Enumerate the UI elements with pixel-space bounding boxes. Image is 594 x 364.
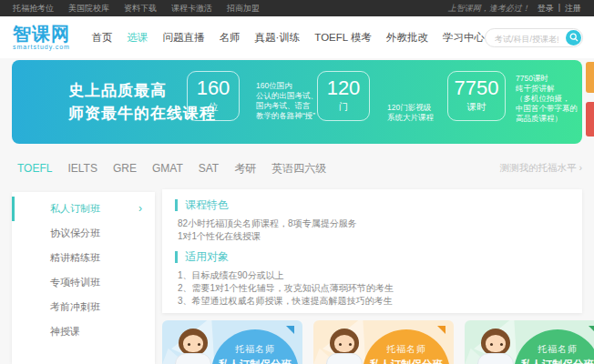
search-icon bbox=[569, 33, 579, 42]
stat-desc-hours: 7750课时 纯干货讲解 （多机位拍摄， 中国首个带字幕的 高品质课程） bbox=[516, 74, 578, 124]
stat-value-courses: 120 bbox=[318, 76, 369, 101]
sidebar-item-label: 神授课 bbox=[50, 326, 80, 337]
topbar-link-toefl-seat[interactable]: 托福抢考位 bbox=[13, 3, 54, 15]
audience-line: 3、希望通过权威名师授课，快速提高解题技巧的考生 bbox=[175, 295, 569, 308]
teacher-avatar-icon bbox=[174, 329, 212, 364]
badge-title: 私人订制保分班 bbox=[211, 358, 299, 364]
tab-toefl[interactable]: TOEFL bbox=[17, 162, 52, 175]
feature-line: 1对1个性化在线授课 bbox=[175, 230, 569, 243]
course-cards-row: 托福名师 私人订制保分班 托福名师 私人订制保分班 bbox=[162, 320, 594, 364]
nav-item-teachers[interactable]: 名师 bbox=[219, 31, 240, 45]
register-link[interactable]: 注册 bbox=[565, 3, 581, 15]
search-box bbox=[485, 28, 583, 47]
stat-value-teachers: 160 bbox=[188, 76, 239, 101]
tab-gre[interactable]: GRE bbox=[113, 162, 137, 175]
chevron-right-icon: › bbox=[138, 197, 142, 221]
corner-accent-icon bbox=[589, 326, 594, 334]
class-type-sidebar: 私人订制班 › 协议保分班 精讲精练班 专项特训班 考前冲刺班 神授课 bbox=[12, 192, 155, 364]
stat-unit-teachers: 位 bbox=[188, 101, 239, 112]
tab-gmat[interactable]: GMAT bbox=[152, 162, 183, 175]
feature-line: 82小时托福顶尖名师课程，8项专属提分服务 bbox=[175, 217, 569, 230]
badge-subtitle: 托福名师 bbox=[211, 343, 299, 356]
sidebar-item-score-guarantee[interactable]: 协议保分班 bbox=[12, 221, 155, 246]
tab-ielts[interactable]: IELTS bbox=[67, 162, 97, 175]
course-card-blue[interactable]: 托福名师 私人订制保分班 bbox=[162, 320, 302, 364]
teacher-avatar-icon bbox=[325, 329, 364, 364]
nav-item-study-center[interactable]: 学习中心 bbox=[443, 31, 485, 45]
badge-subtitle: 托福名师 bbox=[514, 343, 594, 356]
topbar-link-join-us[interactable]: 招商加盟 bbox=[227, 3, 260, 15]
smartstudy-course-page: 托福抢考位 美国院校库 资料下载 课程卡激活 招商加盟 上智课网，逢考必过！ 登… bbox=[0, 0, 594, 364]
search-button[interactable] bbox=[566, 30, 581, 46]
logo-subtitle: smartstudy.com bbox=[13, 44, 82, 50]
badge-subtitle: 托福名师 bbox=[363, 343, 450, 356]
sidebar-item-special-training[interactable]: 专项特训班 bbox=[12, 270, 155, 295]
floating-tab-orange[interactable] bbox=[586, 62, 594, 93]
course-card-orange[interactable]: 托福名师 私人订制保分班 bbox=[313, 320, 454, 364]
stat-value-hours: 7750 bbox=[448, 76, 505, 101]
nav-item-live-qa[interactable]: 问题直播 bbox=[162, 31, 204, 45]
badge-title: 私人订制保分班 bbox=[514, 358, 594, 364]
level-test-link[interactable]: 测测我的托福水平 › bbox=[500, 162, 582, 175]
nav-item-foreign-review[interactable]: 外教批改 bbox=[386, 31, 428, 45]
course-card-green[interactable]: 托福名师 私人订制保分班 bbox=[465, 320, 594, 364]
stat-box-teachers: 160 位 bbox=[187, 71, 240, 121]
teacher-avatar-icon bbox=[476, 329, 515, 364]
top-utility-bar: 托福抢考位 美国院校库 资料下载 课程卡激活 招商加盟 上智课网，逢考必过！ 登… bbox=[0, 0, 594, 16]
auth-divider: | bbox=[558, 3, 560, 15]
logo-title: 智课网 bbox=[13, 25, 82, 43]
nav-item-home[interactable]: 首页 bbox=[91, 31, 112, 45]
sidebar-item-label: 私人订制班 bbox=[50, 203, 100, 214]
login-link[interactable]: 登录 bbox=[538, 3, 554, 15]
primary-nav: 首页 选课 问题直播 名师 真题·训练 TOEFL 模考 外教批改 学习中心 bbox=[91, 31, 484, 45]
tab-cet[interactable]: 英语四六级 bbox=[271, 161, 326, 177]
section-title: 课程特色 bbox=[175, 199, 569, 211]
stat-box-courses: 120 门 bbox=[317, 71, 370, 121]
sidebar-item-final-sprint[interactable]: 考前冲刺班 bbox=[12, 295, 155, 319]
section-target-audience: 适用对象 1、目标成绩在90分或以上 2、需要1对1个性化辅导，攻克知识点薄弱环… bbox=[175, 251, 569, 308]
audience-line: 1、目标成绩在90分或以上 bbox=[175, 269, 569, 282]
topbar-link-card-activate[interactable]: 课程卡激活 bbox=[171, 3, 212, 15]
sidebar-item-private-custom[interactable]: 私人订制班 › bbox=[12, 197, 155, 221]
course-category-tabs: TOEFL IELTS GRE GMAT SAT 考研 英语四六级 测测我的托福… bbox=[12, 157, 582, 179]
hero-banner: 史上品质最高 师资最牛的在线课程 160 位 160位国内 公认的出国考试、 国… bbox=[12, 60, 582, 144]
nav-item-toefl-mock[interactable]: TOEFL 模考 bbox=[314, 31, 372, 45]
audience-line: 2、需要1对1个性化辅导，攻克知识点薄弱环节的考生 bbox=[175, 282, 569, 295]
badge-title: 私人订制保分班 bbox=[363, 358, 450, 364]
topbar-right: 上智课网，逢考必过！ 登录 | 注册 bbox=[448, 3, 581, 15]
tab-kaoyan[interactable]: 考研 bbox=[234, 161, 256, 177]
nav-item-real-tests[interactable]: 真题·训练 bbox=[254, 31, 300, 45]
section-title: 适用对象 bbox=[175, 251, 569, 263]
section-course-features: 课程特色 82小时托福顶尖名师课程，8项专属提分服务 1对1个性化在线授课 bbox=[175, 199, 569, 243]
topbar-links: 托福抢考位 美国院校库 资料下载 课程卡激活 招商加盟 bbox=[13, 3, 260, 15]
sidebar-item-label: 协议保分班 bbox=[50, 228, 100, 238]
site-logo[interactable]: 智课网 smartstudy.com bbox=[13, 25, 82, 50]
stat-desc-courses: 120门影视级 系统大片课程 bbox=[387, 103, 434, 123]
course-detail-panel: 课程特色 82小时托福顶尖名师课程，8项专属提分服务 1对1个性化在线授课 适用… bbox=[162, 189, 582, 313]
nav-item-courses[interactable]: 选课 bbox=[127, 31, 148, 45]
sidebar-item-label: 考前冲刺班 bbox=[50, 301, 100, 312]
floating-tab-red[interactable] bbox=[586, 102, 594, 136]
main-header: 智课网 smartstudy.com 首页 选课 问题直播 名师 真题·训练 T… bbox=[0, 16, 594, 58]
sidebar-item-label: 精讲精练班 bbox=[50, 252, 100, 263]
stat-unit-hours: 课时 bbox=[448, 101, 505, 112]
stat-desc-teachers: 160位国内 公认的出国考试、 国内考试、语言 教学的各路神“授” bbox=[256, 81, 318, 121]
stat-box-hours: 7750 课时 bbox=[447, 71, 506, 121]
corner-accent-icon bbox=[437, 326, 446, 334]
topbar-link-downloads[interactable]: 资料下载 bbox=[124, 3, 157, 15]
sidebar-item-master-class[interactable]: 神授课 bbox=[12, 319, 155, 344]
site-slogan: 上智课网，逢考必过！ bbox=[448, 3, 530, 15]
sidebar-item-intensive[interactable]: 精讲精练班 bbox=[12, 246, 155, 270]
topbar-link-us-schools[interactable]: 美国院校库 bbox=[68, 3, 109, 15]
sidebar-item-label: 专项特训班 bbox=[50, 277, 100, 288]
corner-accent-icon bbox=[286, 326, 294, 334]
tab-sat[interactable]: SAT bbox=[199, 162, 219, 175]
stat-unit-courses: 门 bbox=[318, 101, 369, 112]
